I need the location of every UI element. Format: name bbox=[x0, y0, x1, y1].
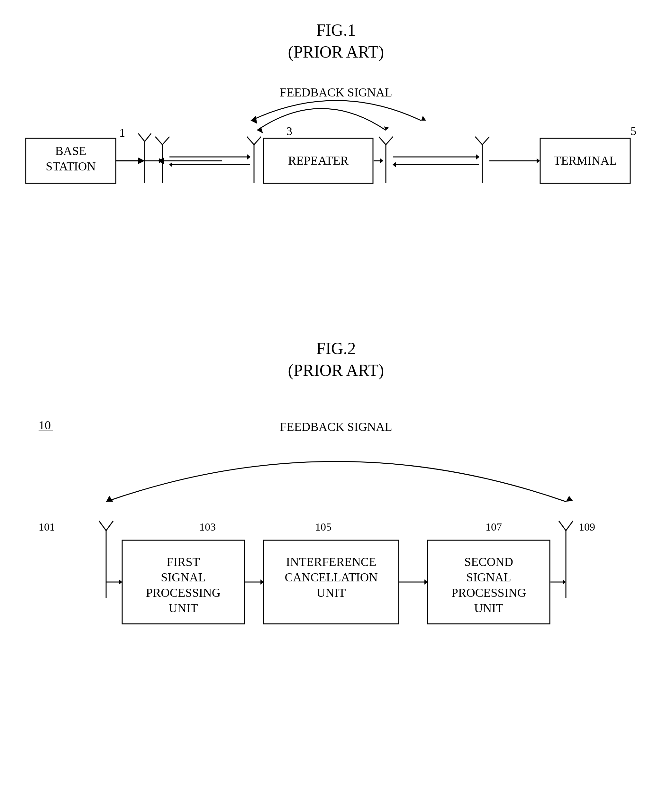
svg-text:107: 107 bbox=[486, 521, 502, 533]
svg-text:FIRST: FIRST bbox=[167, 555, 200, 568]
svg-text:3: 3 bbox=[286, 125, 292, 138]
svg-text:CANCELLATION: CANCELLATION bbox=[285, 571, 378, 584]
svg-marker-39 bbox=[392, 162, 396, 167]
svg-line-7 bbox=[138, 134, 145, 142]
svg-marker-37 bbox=[476, 154, 479, 159]
svg-text:10: 10 bbox=[39, 418, 51, 432]
svg-text:TERMINAL: TERMINAL bbox=[554, 154, 617, 167]
svg-line-14 bbox=[155, 137, 162, 145]
fig2-diagram: 10 FEEDBACK SIGNAL 101 103 FIRST SIGNAL … bbox=[0, 405, 672, 791]
svg-text:5: 5 bbox=[630, 125, 636, 138]
svg-line-81 bbox=[559, 521, 566, 531]
fig2-title: FIG.2 (PRIOR ART) bbox=[288, 338, 384, 381]
svg-line-54 bbox=[99, 521, 106, 531]
svg-line-35 bbox=[482, 137, 489, 145]
svg-text:SECOND: SECOND bbox=[464, 555, 513, 568]
svg-line-55 bbox=[106, 521, 113, 531]
svg-text:105: 105 bbox=[315, 521, 331, 533]
svg-marker-44 bbox=[537, 158, 540, 163]
svg-text:101: 101 bbox=[39, 521, 55, 533]
svg-marker-24 bbox=[169, 162, 172, 167]
svg-line-8 bbox=[145, 134, 151, 142]
svg-marker-1 bbox=[421, 116, 426, 121]
svg-text:INTERFERENCE: INTERFERENCE bbox=[286, 555, 376, 568]
svg-text:1: 1 bbox=[119, 126, 125, 139]
svg-marker-0 bbox=[251, 116, 257, 124]
svg-text:PROCESSING: PROCESSING bbox=[452, 586, 526, 599]
svg-line-19 bbox=[247, 137, 254, 145]
fig2-title-line2: (PRIOR ART) bbox=[288, 360, 384, 381]
svg-text:REPEATER: REPEATER bbox=[288, 154, 349, 167]
svg-text:BASE: BASE bbox=[55, 144, 86, 158]
svg-line-20 bbox=[254, 137, 261, 145]
svg-text:SIGNAL: SIGNAL bbox=[466, 571, 511, 584]
svg-marker-32 bbox=[380, 158, 383, 163]
svg-text:103: 103 bbox=[199, 521, 216, 533]
svg-text:UNIT: UNIT bbox=[317, 586, 346, 599]
svg-line-29 bbox=[379, 137, 386, 145]
fig2-title-line1: FIG.2 bbox=[288, 338, 384, 360]
svg-text:UNIT: UNIT bbox=[169, 601, 198, 615]
svg-text:SIGNAL: SIGNAL bbox=[161, 571, 206, 584]
svg-marker-50 bbox=[106, 496, 113, 502]
svg-text:FEEDBACK SIGNAL: FEEDBACK SIGNAL bbox=[280, 420, 392, 433]
svg-line-82 bbox=[566, 521, 573, 531]
svg-line-30 bbox=[386, 137, 393, 145]
fig1-title-line2: (PRIOR ART) bbox=[288, 41, 384, 63]
svg-marker-45 bbox=[257, 127, 263, 134]
fig1-title-line1: FIG.1 bbox=[288, 19, 384, 41]
fig1-diagram: FEEDBACK SIGNAL BASE STATION 1 bbox=[0, 71, 672, 264]
fig1-title: FIG.1 (PRIOR ART) bbox=[288, 19, 384, 63]
svg-text:109: 109 bbox=[579, 521, 595, 533]
svg-text:PROCESSING: PROCESSING bbox=[146, 586, 220, 599]
page: FIG.1 (PRIOR ART) FEEDBACK SIGNAL BASE S… bbox=[0, 0, 672, 801]
svg-marker-51 bbox=[566, 496, 573, 502]
svg-text:UNIT: UNIT bbox=[474, 601, 503, 615]
svg-line-34 bbox=[475, 137, 482, 145]
svg-line-15 bbox=[162, 137, 169, 145]
svg-text:STATION: STATION bbox=[46, 159, 95, 173]
fig1-feedback-label: FEEDBACK SIGNAL bbox=[280, 85, 392, 99]
svg-marker-22 bbox=[247, 154, 251, 159]
